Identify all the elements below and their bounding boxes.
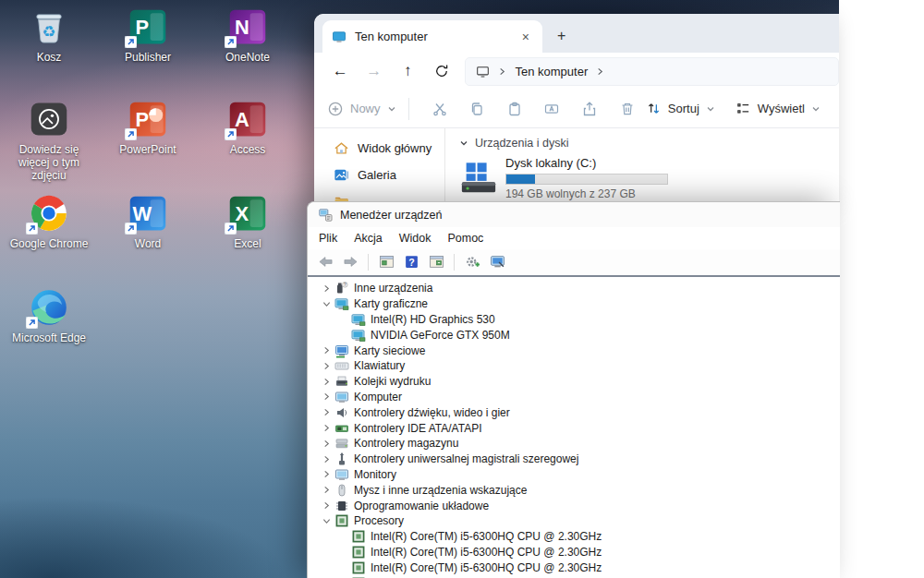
publisher-icon: P: [128, 7, 167, 46]
sidebar-item-partial[interactable]: [314, 188, 444, 201]
desktop-icon-access[interactable]: AAccess: [203, 100, 292, 156]
tree-item[interactable]: Karty sieciowe: [308, 343, 840, 358]
chevron-collapsed-icon[interactable]: [320, 501, 334, 510]
tree-item[interactable]: NVIDIA GeForce GTX 950M: [308, 327, 840, 343]
menu-akcja[interactable]: Akcja: [346, 229, 391, 247]
menu-widok[interactable]: Widok: [391, 229, 440, 247]
rename-button[interactable]: [533, 94, 571, 124]
chevron-expanded-icon[interactable]: [320, 517, 334, 525]
firmware-icon: [334, 499, 349, 513]
screen: ♻KoszPPublisherNOneNoteDowiedz się więce…: [0, 0, 924, 578]
word-icon: W: [128, 194, 167, 233]
explorer-sidebar: Widok głównyGaleria: [314, 128, 445, 201]
tree-item[interactable]: Oprogramowanie układowe: [308, 498, 840, 513]
drive-item-c[interactable]: Dysk lokalny (C:) 194 GB wolnych z 237 G…: [459, 156, 839, 200]
desktop-icon-recycle-bin[interactable]: ♻Kosz: [5, 7, 93, 64]
explorer-tab-this-pc[interactable]: Ten komputer ×: [322, 20, 542, 53]
share-button[interactable]: [571, 94, 609, 124]
section-header-label: Urządzenia i dyski: [475, 137, 568, 150]
desktop-icon-label: Publisher: [103, 51, 192, 64]
view-button[interactable]: Wyświetl: [736, 101, 821, 116]
back-button[interactable]: ←: [323, 56, 357, 86]
refresh-button[interactable]: [424, 56, 458, 86]
tree-item[interactable]: Intel(R) Core(TM) i5-6300HQ CPU @ 2.30GH…: [308, 560, 840, 575]
desktop-icon-powerpoint[interactable]: PPowerPoint: [103, 100, 192, 156]
sidebar-item-widok-główny[interactable]: Widok główny: [314, 135, 444, 162]
desktop-icon-edge[interactable]: Microsoft Edge: [5, 288, 93, 344]
storage-icon: [334, 436, 349, 451]
scan-monitor-button[interactable]: [486, 252, 508, 272]
forward-button[interactable]: →: [357, 56, 390, 86]
menu-pomoc[interactable]: Pomoc: [439, 229, 492, 247]
chevron-collapsed-icon[interactable]: [320, 362, 334, 370]
nav-forward-button[interactable]: [339, 252, 361, 272]
tree-item[interactable]: Intel(R) Core(TM) i5-6300HQ CPU @ 2.30GH…: [308, 545, 840, 560]
audio-icon: [334, 405, 349, 420]
edge-icon: [30, 288, 68, 327]
tree-item[interactable]: Karty graficzne: [308, 296, 840, 312]
cut-button[interactable]: [420, 94, 458, 124]
chevron-expanded-icon[interactable]: [320, 300, 334, 308]
sort-button[interactable]: Sortuj: [646, 101, 715, 116]
tree-item[interactable]: Monitory: [308, 467, 840, 483]
device-manager-title-bar[interactable]: Menedżer urządzeń: [308, 202, 840, 227]
breadcrumb[interactable]: Ten komputer: [515, 65, 588, 78]
new-tab-button[interactable]: +: [557, 28, 565, 44]
chevron-collapsed-icon[interactable]: [320, 284, 334, 293]
svg-text:A: A: [235, 108, 249, 131]
up-button[interactable]: ↑: [391, 56, 424, 86]
new-button[interactable]: Nowy: [327, 101, 396, 117]
nav-back-button[interactable]: [314, 252, 336, 272]
address-bar[interactable]: Ten komputer: [465, 57, 839, 86]
desktop-icon-publisher[interactable]: PPublisher: [103, 7, 192, 64]
tree-item[interactable]: Kontrolery IDE ATA/ATAPI: [308, 420, 840, 436]
desktop-icon-excel[interactable]: XExcel: [203, 194, 292, 250]
chevron-collapsed-icon[interactable]: [320, 486, 334, 494]
tree-item[interactable]: Kontrolery magazynu: [308, 436, 840, 452]
desktop-icon-onenote[interactable]: NOneNote: [203, 7, 292, 64]
tab-close-button[interactable]: ×: [518, 30, 533, 44]
chevron-right-icon[interactable]: [596, 67, 604, 76]
tree-item[interactable]: Kontrolery uniwersalnej magistrali szere…: [308, 452, 840, 467]
chevron-collapsed-icon[interactable]: [320, 455, 334, 464]
desktop-icon-chrome[interactable]: Google Chrome: [5, 194, 93, 250]
desktop-icon-word[interactable]: WWord: [103, 194, 192, 250]
chevron-collapsed-icon[interactable]: [320, 346, 334, 355]
menu-plik[interactable]: Plik: [310, 229, 346, 247]
tree-item[interactable]: Mysz i inne urządzenia wskazujące: [308, 482, 840, 498]
view-button-label: Wyświetl: [758, 102, 805, 115]
network-adapter-icon: [334, 343, 349, 358]
shortcut-arrow-icon: [225, 36, 237, 48]
delete-button[interactable]: [608, 94, 646, 124]
tree-item[interactable]: Komputer: [308, 390, 840, 405]
tree-item[interactable]: ?Inne urządzenia: [308, 281, 840, 296]
copy-button[interactable]: [458, 94, 496, 124]
gear-update-button[interactable]: [461, 252, 483, 272]
desktop-icon-photo-info[interactable]: Dowiedz się więcej o tym zdjęciu: [5, 100, 93, 182]
section-header-devices-and-drives[interactable]: Urządzenia i dyski: [459, 137, 839, 150]
paste-button[interactable]: [496, 94, 534, 124]
win-props-button[interactable]: [375, 252, 397, 272]
shortcut-arrow-icon: [225, 223, 237, 235]
chevron-collapsed-icon[interactable]: [320, 440, 334, 448]
tree-item[interactable]: Kolejki wydruku: [308, 374, 840, 390]
chevron-collapsed-icon[interactable]: [320, 470, 334, 478]
tree-item[interactable]: Klawiatury: [308, 358, 840, 374]
win-show-button[interactable]: [425, 252, 447, 272]
sidebar-item-galeria[interactable]: Galeria: [314, 162, 444, 188]
tree-item[interactable]: Intel(R) Core(TM) i5-6300HQ CPU @ 2.30GH…: [308, 529, 840, 545]
shortcut-arrow-icon: [26, 223, 38, 235]
access-icon: A: [228, 100, 267, 138]
desktop-icon-label: Dowiedz się więcej o tym zdjęciu: [5, 143, 93, 182]
chevron-collapsed-icon[interactable]: [320, 408, 334, 416]
help-button[interactable]: ?: [400, 252, 422, 272]
tree-item-label: Karty graficzne: [354, 297, 428, 310]
chevron-collapsed-icon[interactable]: [320, 392, 334, 401]
tree-item[interactable]: Kontrolery dźwięku, wideo i gier: [308, 404, 840, 420]
this-pc-address-icon: [476, 65, 490, 78]
tree-item[interactable]: Intel(R) HD Graphics 530: [308, 312, 840, 328]
chevron-collapsed-icon[interactable]: [320, 424, 334, 432]
chevron-collapsed-icon[interactable]: [320, 378, 334, 386]
tree-item[interactable]: Procesory: [308, 513, 840, 529]
explorer-tab-bar: Ten komputer × +: [314, 14, 839, 53]
